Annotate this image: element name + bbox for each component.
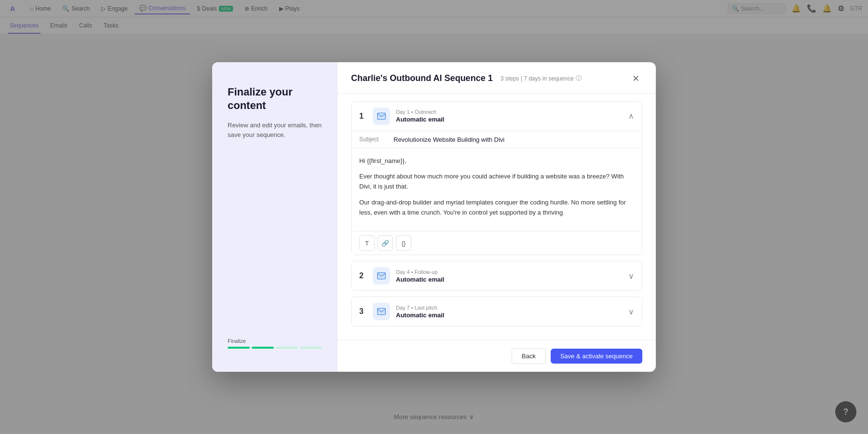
step-1-info: Day 1 • Outreach Automatic email: [396, 109, 628, 123]
svg-rect-2: [378, 273, 386, 279]
modal-left-title: Finalize your content: [228, 85, 322, 113]
step-2-email-icon: [373, 267, 390, 285]
step-card-3: 3 Day 7 • Last pitch Automatic email: [351, 297, 642, 326]
modal-left-panel: Finalize your content Review and edit yo…: [212, 62, 338, 372]
modal-meta: 3 steps | 7 days in sequence ⓘ: [501, 74, 582, 82]
progress-segment-1: [228, 347, 250, 349]
modal-left-description: Review and edit your emails, then save y…: [228, 121, 322, 141]
modal-dialog: Finalize your content Review and edit yo…: [212, 62, 656, 372]
svg-rect-0: [378, 113, 386, 119]
step-card-2: 2 Day 4 • Follow-up Automatic email: [351, 261, 642, 291]
step-3-info: Day 7 • Last pitch Automatic email: [396, 305, 628, 319]
back-button[interactable]: Back: [512, 348, 546, 364]
toolbar-link-button[interactable]: 🔗: [378, 235, 393, 251]
step-3-email-icon: [373, 303, 390, 320]
email-body-content[interactable]: Hi {{first_name}}, Ever thought about ho…: [352, 149, 642, 231]
modal-meta-text: 3 steps | 7 days in sequence: [501, 75, 574, 82]
toolbar-text-button[interactable]: T: [359, 235, 375, 251]
save-activate-button[interactable]: Save & activate sequence: [551, 349, 642, 364]
progress-bar: [228, 347, 322, 349]
email-subject-row: Subject Revolutionize Website Building w…: [352, 131, 642, 149]
modal-header: Charlie's Outbound AI Sequence 1 3 steps…: [338, 62, 656, 94]
step-1-email-icon: [373, 108, 390, 125]
step-1-chevron-up-icon: ∧: [628, 111, 634, 121]
step-card-1: 1 Day 1 • Outreach Automatic email: [351, 101, 642, 256]
step-1-number: 1: [359, 112, 373, 121]
step-3-chevron-down-icon: ∨: [628, 307, 634, 316]
modal-title: Charlie's Outbound AI Sequence 1: [351, 73, 493, 83]
progress-segment-3: [276, 347, 298, 349]
subject-label: Subject: [359, 136, 386, 143]
step-2-chevron-down-icon: ∨: [628, 271, 634, 281]
progress-segment-2: [252, 347, 274, 349]
email-toolbar: T 🔗 {}: [352, 231, 642, 255]
email-body-line-2: Ever thought about how much more you cou…: [359, 172, 634, 192]
step-3-number: 3: [359, 307, 373, 316]
email-body-line-1: Hi {{first_name}},: [359, 156, 634, 166]
step-1-name: Automatic email: [396, 116, 628, 123]
step-3-name: Automatic email: [396, 312, 628, 319]
modal-right-panel: Charlie's Outbound AI Sequence 1 3 steps…: [338, 62, 656, 372]
svg-rect-4: [378, 309, 386, 315]
modal-overlay: Finalize your content Review and edit yo…: [0, 0, 868, 434]
step-2-number: 2: [359, 271, 373, 280]
toolbar-variable-button[interactable]: {}: [396, 235, 411, 251]
info-icon[interactable]: ⓘ: [576, 74, 582, 82]
progress-segment-4: [300, 347, 322, 349]
step-3-day-type: Day 7 • Last pitch: [396, 305, 628, 311]
step-3-header[interactable]: 3 Day 7 • Last pitch Automatic email: [352, 297, 642, 326]
step-1-expanded-content: Subject Revolutionize Website Building w…: [352, 131, 642, 255]
modal-body[interactable]: 1 Day 1 • Outreach Automatic email: [338, 94, 656, 340]
step-1-day-type: Day 1 • Outreach: [396, 109, 628, 115]
step-2-header[interactable]: 2 Day 4 • Follow-up Automatic email: [352, 261, 642, 290]
step-1-header[interactable]: 1 Day 1 • Outreach Automatic email: [352, 102, 642, 131]
finalize-label: Finalize: [228, 338, 322, 344]
step-2-info: Day 4 • Follow-up Automatic email: [396, 269, 628, 283]
modal-footer: Back Save & activate sequence: [338, 340, 656, 372]
subject-value[interactable]: Revolutionize Website Building with Divi: [393, 136, 504, 143]
modal-close-button[interactable]: ✕: [629, 72, 642, 85]
modal-left-content: Finalize your content Review and edit yo…: [228, 85, 322, 141]
modal-left-footer: Finalize: [228, 338, 322, 349]
step-2-day-type: Day 4 • Follow-up: [396, 269, 628, 275]
step-2-name: Automatic email: [396, 276, 628, 283]
email-body-line-3: Our drag-and-drop builder and myriad tem…: [359, 198, 634, 218]
modal-title-group: Charlie's Outbound AI Sequence 1 3 steps…: [351, 73, 582, 83]
